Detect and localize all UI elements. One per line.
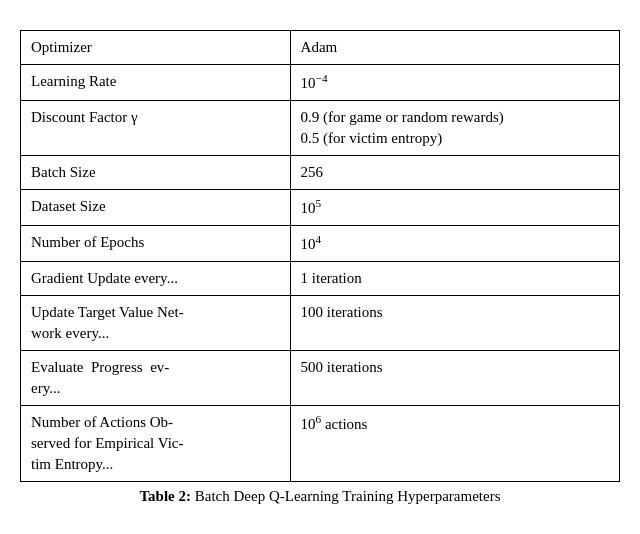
param-value: 256 xyxy=(290,155,619,189)
table-row: Batch Size 256 xyxy=(21,155,620,189)
hyperparameters-table: Optimizer Adam Learning Rate 10−4 Discou… xyxy=(20,30,620,482)
table-row: Evaluate Progress ev-ery... 500 iteratio… xyxy=(21,350,620,405)
param-label: Number of Actions Ob-served for Empirica… xyxy=(21,405,291,481)
table-row: Update Target Value Net-work every... 10… xyxy=(21,295,620,350)
main-container: Optimizer Adam Learning Rate 10−4 Discou… xyxy=(10,20,630,515)
table-row: Dataset Size 105 xyxy=(21,189,620,225)
param-value: 104 xyxy=(290,225,619,261)
param-label: Gradient Update every... xyxy=(21,261,291,295)
table-row: Number of Epochs 104 xyxy=(21,225,620,261)
param-label: Optimizer xyxy=(21,30,291,64)
param-value: 1 iteration xyxy=(290,261,619,295)
param-label: Discount Factor γ xyxy=(21,100,291,155)
table-row: Learning Rate 10−4 xyxy=(21,64,620,100)
param-value: 100 iterations xyxy=(290,295,619,350)
caption-text: Batch Deep Q-Learning Training Hyperpara… xyxy=(191,488,501,504)
param-label: Evaluate Progress ev-ery... xyxy=(21,350,291,405)
table-row: Discount Factor γ 0.9 (for game or rando… xyxy=(21,100,620,155)
param-value: 500 iterations xyxy=(290,350,619,405)
param-label: Learning Rate xyxy=(21,64,291,100)
table-row: Optimizer Adam xyxy=(21,30,620,64)
caption-label: Table 2: xyxy=(139,488,191,504)
param-label: Batch Size xyxy=(21,155,291,189)
param-value: 106 actions xyxy=(290,405,619,481)
param-label: Dataset Size xyxy=(21,189,291,225)
param-label: Update Target Value Net-work every... xyxy=(21,295,291,350)
param-value: Adam xyxy=(290,30,619,64)
param-value: 10−4 xyxy=(290,64,619,100)
table-row: Number of Actions Ob-served for Empirica… xyxy=(21,405,620,481)
param-value: 105 xyxy=(290,189,619,225)
table-caption: Table 2: Batch Deep Q-Learning Training … xyxy=(20,488,620,505)
param-value: 0.9 (for game or random rewards)0.5 (for… xyxy=(290,100,619,155)
param-label: Number of Epochs xyxy=(21,225,291,261)
table-row: Gradient Update every... 1 iteration xyxy=(21,261,620,295)
